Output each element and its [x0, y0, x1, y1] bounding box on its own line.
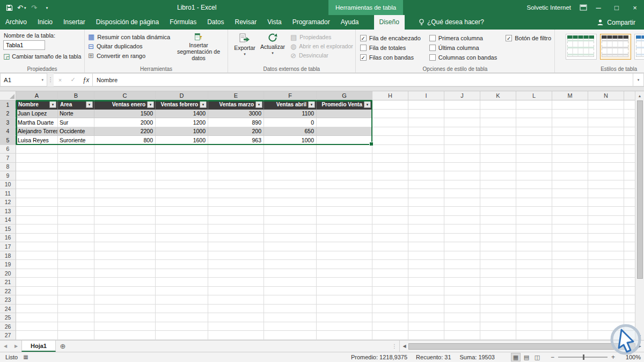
- cell-G11[interactable]: [317, 189, 372, 198]
- cell-L21[interactable]: [516, 278, 552, 287]
- cell-I5[interactable]: [408, 136, 444, 145]
- cell-A25[interactable]: [16, 313, 58, 322]
- ribbon-tab-insertar[interactable]: Insertar: [58, 15, 91, 30]
- cell-N25[interactable]: [588, 313, 624, 322]
- cell-N8[interactable]: [588, 163, 624, 172]
- column-header-J[interactable]: J: [444, 91, 480, 100]
- cell-K15[interactable]: [480, 225, 516, 234]
- cell-J23[interactable]: [444, 295, 480, 305]
- style-option-ultima-columna[interactable]: Última columna: [429, 45, 497, 51]
- cell-G18[interactable]: [317, 251, 372, 260]
- cell-F24[interactable]: [264, 305, 317, 314]
- cell-A16[interactable]: [16, 234, 58, 243]
- cell-B27[interactable]: [58, 331, 94, 340]
- name-box[interactable]: A1 ▾: [0, 73, 47, 86]
- cell-J21[interactable]: [444, 278, 480, 287]
- cell-H9[interactable]: [372, 171, 408, 180]
- cell-A10[interactable]: [16, 180, 58, 190]
- cell-K11[interactable]: [480, 189, 516, 198]
- cell-A21[interactable]: [16, 278, 58, 287]
- cell-J19[interactable]: [444, 260, 480, 269]
- cell-G7[interactable]: [317, 154, 372, 163]
- row-header-10[interactable]: 10: [0, 180, 16, 190]
- cell-G10[interactable]: [317, 180, 372, 190]
- cell-K17[interactable]: [480, 242, 516, 251]
- cell-M15[interactable]: [552, 225, 588, 234]
- cell-E15[interactable]: [208, 225, 264, 234]
- cell-L20[interactable]: [516, 269, 552, 278]
- cell-N4[interactable]: [588, 127, 624, 136]
- horizontal-scrollbar[interactable]: ◀ ▶: [399, 341, 644, 352]
- new-sheet-button[interactable]: ⊕: [56, 341, 70, 352]
- column-header-E[interactable]: E: [208, 91, 264, 100]
- cell-A27[interactable]: [16, 331, 58, 340]
- cell-K10[interactable]: [480, 180, 516, 190]
- cell-A20[interactable]: [16, 269, 58, 278]
- cell-C14[interactable]: [94, 216, 156, 225]
- cell-L18[interactable]: [516, 251, 552, 260]
- cell-B26[interactable]: [58, 322, 94, 331]
- cell-C20[interactable]: [94, 269, 156, 278]
- cell-E14[interactable]: [208, 216, 264, 225]
- cell-G20[interactable]: [317, 269, 372, 278]
- cell-D11[interactable]: [156, 189, 208, 198]
- cell-K19[interactable]: [480, 260, 516, 269]
- cell-J27[interactable]: [444, 331, 480, 340]
- cell-N20[interactable]: [588, 269, 624, 278]
- cell-K22[interactable]: [480, 287, 516, 296]
- cell-A3[interactable]: Martha Duarte: [16, 118, 58, 127]
- cell-F13[interactable]: [264, 207, 317, 216]
- cell-B11[interactable]: [58, 189, 94, 198]
- cell-B24[interactable]: [58, 305, 94, 314]
- view-page-break-button[interactable]: ◫: [532, 353, 542, 361]
- cell-M7[interactable]: [552, 154, 588, 163]
- cell-I4[interactable]: [408, 127, 444, 136]
- column-header-M[interactable]: M: [552, 91, 588, 100]
- cell-B7[interactable]: [58, 154, 94, 163]
- cell-B5[interactable]: Suroriente: [58, 136, 94, 145]
- cell-K21[interactable]: [480, 278, 516, 287]
- cell-M18[interactable]: [552, 251, 588, 260]
- cell-L6[interactable]: [516, 145, 552, 154]
- cell-D9[interactable]: [156, 171, 208, 180]
- cell-J17[interactable]: [444, 242, 480, 251]
- cell-C7[interactable]: [94, 154, 156, 163]
- cell-L9[interactable]: [516, 171, 552, 180]
- cell-M10[interactable]: [552, 180, 588, 190]
- cell-G2[interactable]: [317, 110, 372, 119]
- cell-K27[interactable]: [480, 331, 516, 340]
- formula-input[interactable]: Nombre: [93, 73, 633, 86]
- cell-J22[interactable]: [444, 287, 480, 296]
- cell-N15[interactable]: [588, 225, 624, 234]
- cell-D18[interactable]: [156, 251, 208, 260]
- cell-N24[interactable]: [588, 305, 624, 314]
- cell-G17[interactable]: [317, 242, 372, 251]
- cell-H12[interactable]: [372, 198, 408, 207]
- column-header-C[interactable]: C: [94, 91, 156, 100]
- cell-M23[interactable]: [552, 295, 588, 305]
- cell-A1[interactable]: Nombre▼: [16, 100, 58, 110]
- cell-H17[interactable]: [372, 242, 408, 251]
- cell-H3[interactable]: [372, 118, 408, 127]
- column-header-I[interactable]: I: [408, 91, 444, 100]
- cell-K16[interactable]: [480, 234, 516, 243]
- cell-B22[interactable]: [58, 287, 94, 296]
- cell-N5[interactable]: [588, 136, 624, 145]
- cell-E8[interactable]: [208, 163, 264, 172]
- cell-E6[interactable]: [208, 145, 264, 154]
- cell-D26[interactable]: [156, 322, 208, 331]
- cell-L22[interactable]: [516, 287, 552, 296]
- cell-N16[interactable]: [588, 234, 624, 243]
- cell-L5[interactable]: [516, 136, 552, 145]
- cell-M25[interactable]: [552, 313, 588, 322]
- cell-C18[interactable]: [94, 251, 156, 260]
- cell-G22[interactable]: [317, 287, 372, 296]
- refresh-button[interactable]: Actualizar ▾: [259, 31, 286, 61]
- row-header-27[interactable]: 27: [0, 331, 16, 340]
- cell-C8[interactable]: [94, 163, 156, 172]
- cell-D10[interactable]: [156, 180, 208, 190]
- filter-button[interactable]: ▼: [255, 101, 262, 108]
- cell-F20[interactable]: [264, 269, 317, 278]
- cell-M9[interactable]: [552, 171, 588, 180]
- cell-A22[interactable]: [16, 287, 58, 296]
